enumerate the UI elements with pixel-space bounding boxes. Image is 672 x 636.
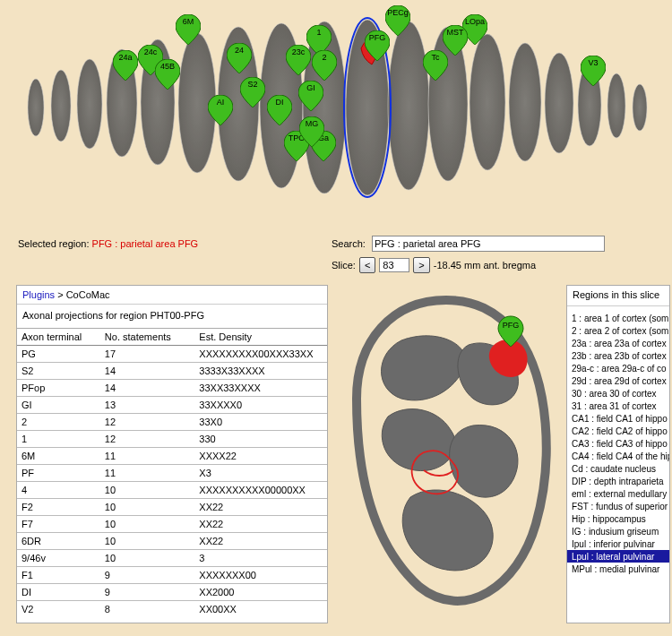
pin-di[interactable]: DI xyxy=(267,95,292,125)
table-row[interactable]: 410XXXXXXXXXX00000XX xyxy=(17,482,327,499)
brain-3d-view[interactable]: 6MPECg124LOpa23c2PFGMST24a24c45BV3TcS2GI… xyxy=(0,0,672,228)
breadcrumb: Plugins > CoCoMac xyxy=(17,286,327,305)
pin-ai[interactable]: AI xyxy=(208,95,233,125)
region-item[interactable]: 31 : area 31 of cortex xyxy=(567,400,669,412)
slice-number-input[interactable] xyxy=(379,258,409,272)
region-item[interactable]: FST : fundus of superior xyxy=(567,500,669,512)
table-row[interactable]: PG17XXXXXXXXX00XXX33XX xyxy=(17,346,327,363)
region-item[interactable]: DIP : depth intraparieta xyxy=(567,475,669,487)
slice-prev-button[interactable]: < xyxy=(359,257,375,273)
regions-panel: Regions in this slice 1 : area 1 of cort… xyxy=(566,285,670,623)
table-row[interactable]: S2143333X33XXXX xyxy=(17,363,327,380)
region-item[interactable]: CA4 : field CA4 of the hip xyxy=(567,450,669,462)
table-row[interactable]: PFop1433XX33XXXX xyxy=(17,380,327,397)
svg-point-2 xyxy=(77,59,102,149)
regions-title: Regions in this slice xyxy=(567,286,669,306)
table-row[interactable]: GI1333XXXX0 xyxy=(17,397,327,414)
region-item[interactable]: 30 : area 30 of cortex xyxy=(567,387,669,400)
pin-2[interactable]: 2 xyxy=(312,50,337,81)
plugin-title: Axonal projections for region PHT00-PFG xyxy=(17,305,327,329)
pin-24[interactable]: 24 xyxy=(227,43,252,73)
search-input[interactable] xyxy=(372,236,605,252)
column-header[interactable]: Axon terminal xyxy=(17,329,100,346)
region-item[interactable]: eml : external medullary xyxy=(567,487,669,500)
region-item[interactable]: 29a-c : area 29a-c of co xyxy=(567,362,669,374)
table-row[interactable]: F710XX22 xyxy=(17,516,327,533)
region-item[interactable]: IG : indusium griseum xyxy=(567,525,669,537)
column-header[interactable]: Est. Density xyxy=(194,329,327,346)
pin-v3[interactable]: V3 xyxy=(581,56,606,86)
pin-gi[interactable]: GI xyxy=(298,81,323,111)
pin-45b[interactable]: 45B xyxy=(155,59,180,90)
bregma-readout: -18.45 mm ant. bregma xyxy=(434,260,536,271)
breadcrumb-root-link[interactable]: Plugins xyxy=(22,289,55,300)
table-row[interactable]: F210XX22 xyxy=(17,499,327,516)
region-item[interactable]: Cd : caudate nucleus xyxy=(567,462,669,475)
region-item[interactable]: Hip : hippocampus xyxy=(567,512,669,525)
table-scroll-area[interactable]: Axon terminalNo. statementsEst. Density … xyxy=(17,329,327,617)
breadcrumb-leaf: CoCoMac xyxy=(66,289,110,300)
region-item[interactable]: 23b : area 23b of cortex xyxy=(567,349,669,362)
pin-pfg[interactable]: PFG xyxy=(365,30,390,61)
pin-tc[interactable]: Tc xyxy=(423,50,448,81)
slice-2d-view[interactable]: PFG xyxy=(339,291,558,632)
column-header[interactable]: No. statements xyxy=(100,329,194,346)
table-row[interactable]: V28XX00XX xyxy=(17,601,327,618)
svg-point-13 xyxy=(509,43,541,161)
table-row[interactable]: 112330 xyxy=(17,431,327,448)
selected-region-label: Selected region: PFG : parietal area PFG xyxy=(18,238,198,249)
region-item[interactable]: 1 : area 1 of cortex (som xyxy=(567,312,669,324)
regions-list[interactable]: 1 : area 1 of cortex (som2 : area 2 of c… xyxy=(567,312,669,575)
plugin-panel: Plugins > CoCoMac Axonal projections for… xyxy=(16,285,328,623)
table-row[interactable]: 6DR10XX22 xyxy=(17,533,327,550)
region-item[interactable]: 2 : area 2 of cortex (som xyxy=(567,324,669,337)
table-row[interactable]: 9/46v103 xyxy=(17,550,327,567)
svg-point-1 xyxy=(51,70,71,142)
region-item[interactable]: 29d : area 29d of cortex xyxy=(567,374,669,387)
svg-point-0 xyxy=(28,79,44,136)
table-row[interactable]: PF11X3 xyxy=(17,465,327,482)
svg-point-14 xyxy=(545,53,573,153)
slice-next-button[interactable]: > xyxy=(413,257,429,273)
axon-table: Axon terminalNo. statementsEst. Density … xyxy=(17,329,327,617)
pin-6m[interactable]: 6M xyxy=(176,14,201,45)
svg-point-17 xyxy=(633,84,647,131)
pin-mg[interactable]: MG xyxy=(299,116,324,147)
selected-region-value: PFG : parietal area PFG xyxy=(92,238,199,249)
table-row[interactable]: DI9XX2000 xyxy=(17,584,327,601)
slice-label: Slice: xyxy=(332,260,356,271)
region-item[interactable]: Lpul : lateral pulvinar xyxy=(567,550,669,563)
region-item[interactable]: Ipul : inferior pulvinar xyxy=(567,537,669,550)
table-row[interactable]: F19XXXXXXX00 xyxy=(17,567,327,584)
brain-slice-stack xyxy=(0,9,672,215)
search-label: Search: xyxy=(332,238,366,249)
table-row[interactable]: 6M11XXXX22 xyxy=(17,448,327,465)
svg-point-12 xyxy=(470,34,505,170)
table-row[interactable]: 21233X0 xyxy=(17,414,327,431)
region-item[interactable]: 23a : area 23a of cortex xyxy=(567,337,669,349)
region-item[interactable]: CA3 : field CA3 of hippo xyxy=(567,437,669,450)
pin-s2[interactable]: S2 xyxy=(240,77,265,107)
region-item[interactable]: CA1 : field CA1 of hippo xyxy=(567,412,669,425)
svg-point-16 xyxy=(607,73,625,138)
slice-pin-label: PFG xyxy=(503,321,520,330)
region-item[interactable]: MPul : medial pulvinar xyxy=(567,563,669,575)
pin-23c[interactable]: 23c xyxy=(286,45,311,75)
region-item[interactable]: CA2 : field CA2 of hippo xyxy=(567,425,669,437)
svg-point-10 xyxy=(388,21,429,190)
pin-24a[interactable]: 24a xyxy=(113,50,138,81)
